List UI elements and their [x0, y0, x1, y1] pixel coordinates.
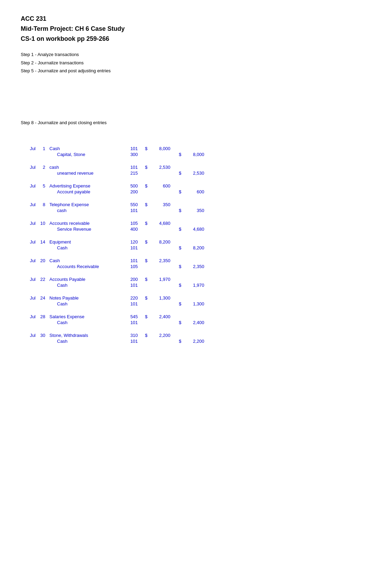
debit-num-1: 101: [125, 165, 143, 170]
debit-account-0: Cash: [49, 146, 125, 151]
credit-num-3: 101: [125, 208, 143, 213]
debit-num-0: 101: [125, 146, 143, 151]
credit-num-5: 101: [125, 245, 143, 250]
debit-dollar-1: $: [143, 165, 150, 170]
journal-entries: Jul 1 Cash 101 $ 8,000 Capital, Stone 30…: [21, 146, 290, 344]
credit-dollar-sym-9: $: [177, 320, 184, 325]
credit-num-10: 101: [125, 339, 143, 344]
credit-dollar-sym-4: $: [177, 227, 184, 232]
page-container: ACC 231 Mid-Term Project: CH 6 Case Stud…: [0, 0, 311, 365]
debit-num-7: 200: [125, 277, 143, 282]
credit-row-1: unearned revenue 215 $ 2,530: [21, 171, 290, 176]
debit-account-3: Telephone Expense: [49, 202, 125, 207]
entry-month-0: Jul: [21, 146, 40, 151]
debit-dollar-8: $: [143, 295, 150, 301]
debit-row-0: Jul 1 Cash 101 $ 8,000: [21, 146, 290, 151]
entry-day-7: 22: [40, 277, 49, 282]
debit-amount-2: 600: [150, 183, 170, 189]
debit-dollar-2: $: [143, 183, 150, 189]
entry-month-1: Jul: [21, 165, 40, 170]
entry-day-8: 24: [40, 295, 49, 301]
credit-dollar-sym-6: $: [177, 264, 184, 269]
debit-amount-1: 2,530: [150, 165, 170, 170]
entry-day-5: 14: [40, 239, 49, 245]
credit-dollar-sym-5: $: [177, 245, 184, 250]
step8-label: Step 8 - Journalize and post closing ent…: [21, 120, 290, 125]
credit-amount-val-4: 4,680: [184, 227, 204, 232]
credit-dollar-sym-2: $: [177, 189, 184, 194]
debit-amount-10: 2,200: [150, 333, 170, 338]
journal-entry-6: Jul 20 Cash 101 $ 2,350 Accounts Receiva…: [21, 258, 290, 269]
debit-row-3: Jul 8 Telephone Expense 550 $ 350: [21, 202, 290, 207]
credit-row-0: Capital, Stone 300 $ 8,000: [21, 152, 290, 157]
credit-dollar-sym-0: $: [177, 152, 184, 157]
debit-amount-8: 1,300: [150, 295, 170, 301]
debit-dollar-10: $: [143, 333, 150, 338]
journal-entry-4: Jul 10 Accounts receivable 105 $ 4,680 S…: [21, 221, 290, 232]
debit-num-8: 220: [125, 295, 143, 301]
credit-num-0: 300: [125, 152, 143, 157]
credit-num-6: 105: [125, 264, 143, 269]
credit-amount-val-10: 2,200: [184, 339, 204, 344]
credit-num-4: 400: [125, 227, 143, 232]
debit-amount-6: 2,350: [150, 258, 170, 263]
debit-num-2: 500: [125, 183, 143, 189]
debit-dollar-7: $: [143, 277, 150, 282]
credit-amount-val-8: 1,300: [184, 301, 204, 306]
credit-amount-val-2: 600: [184, 189, 204, 194]
debit-account-1: cash: [49, 165, 125, 170]
debit-num-10: 310: [125, 333, 143, 338]
debit-row-9: Jul 28 Salaries Expense 545 $ 2,400: [21, 314, 290, 319]
entry-day-6: 20: [40, 258, 49, 263]
journal-entry-3: Jul 8 Telephone Expense 550 $ 350 cash 1…: [21, 202, 290, 213]
debit-row-4: Jul 10 Accounts receivable 105 $ 4,680: [21, 221, 290, 226]
header-line1: ACC 231: [21, 15, 46, 22]
entry-day-3: 8: [40, 202, 49, 207]
entry-month-7: Jul: [21, 277, 40, 282]
credit-row-8: Cash 101 $ 1,300: [21, 301, 290, 306]
entry-month-10: Jul: [21, 333, 40, 338]
debit-account-5: Equipment: [49, 239, 125, 245]
debit-row-6: Jul 20 Cash 101 $ 2,350: [21, 258, 290, 263]
credit-account-1: unearned revenue: [49, 171, 125, 176]
debit-num-5: 120: [125, 239, 143, 245]
credit-amount-val-7: 1,970: [184, 283, 204, 288]
credit-dollar-sym-7: $: [177, 283, 184, 288]
journal-entry-0: Jul 1 Cash 101 $ 8,000 Capital, Stone 30…: [21, 146, 290, 157]
credit-amount-val-0: 8,000: [184, 152, 204, 157]
credit-account-8: Cash: [49, 301, 125, 306]
entry-month-8: Jul: [21, 295, 40, 301]
entry-month-4: Jul: [21, 221, 40, 226]
entry-month-3: Jul: [21, 202, 40, 207]
debit-amount-5: 8,200: [150, 239, 170, 245]
credit-row-7: Cash 101 $ 1,970: [21, 283, 290, 288]
credit-row-2: Account payable 200 $ 600: [21, 189, 290, 194]
debit-row-8: Jul 24 Notes Payable 220 $ 1,300: [21, 295, 290, 301]
credit-row-10: Cash 101 $ 2,200: [21, 339, 290, 344]
entry-day-4: 10: [40, 221, 49, 226]
credit-dollar-sym-1: $: [177, 171, 184, 176]
credit-account-7: Cash: [49, 283, 125, 288]
debit-amount-0: 8,000: [150, 146, 170, 151]
credit-amount-val-5: 8,200: [184, 245, 204, 250]
credit-row-5: Cash 101 $ 8,200: [21, 245, 290, 250]
entry-day-10: 30: [40, 333, 49, 338]
credit-num-9: 101: [125, 320, 143, 325]
credit-num-1: 215: [125, 171, 143, 176]
journal-entry-8: Jul 24 Notes Payable 220 $ 1,300 Cash 10…: [21, 295, 290, 306]
credit-dollar-sym-10: $: [177, 339, 184, 344]
journal-entry-1: Jul 2 cash 101 $ 2,530 unearned revenue …: [21, 165, 290, 176]
entry-day-1: 2: [40, 165, 49, 170]
debit-num-6: 101: [125, 258, 143, 263]
debit-amount-3: 350: [150, 202, 170, 207]
journal-entry-9: Jul 28 Salaries Expense 545 $ 2,400 Cash…: [21, 314, 290, 325]
debit-row-5: Jul 14 Equipment 120 $ 8,200: [21, 239, 290, 245]
credit-row-9: Cash 101 $ 2,400: [21, 320, 290, 325]
credit-account-10: Cash: [49, 339, 125, 344]
step5-label: Step 5 - Journalize and post adjusting e…: [21, 67, 290, 75]
credit-dollar-sym-8: $: [177, 301, 184, 306]
credit-num-8: 101: [125, 301, 143, 306]
debit-dollar-3: $: [143, 202, 150, 207]
step1-label: Step 1 - Analyze transactions: [21, 50, 290, 58]
credit-account-2: Account payable: [49, 189, 125, 194]
